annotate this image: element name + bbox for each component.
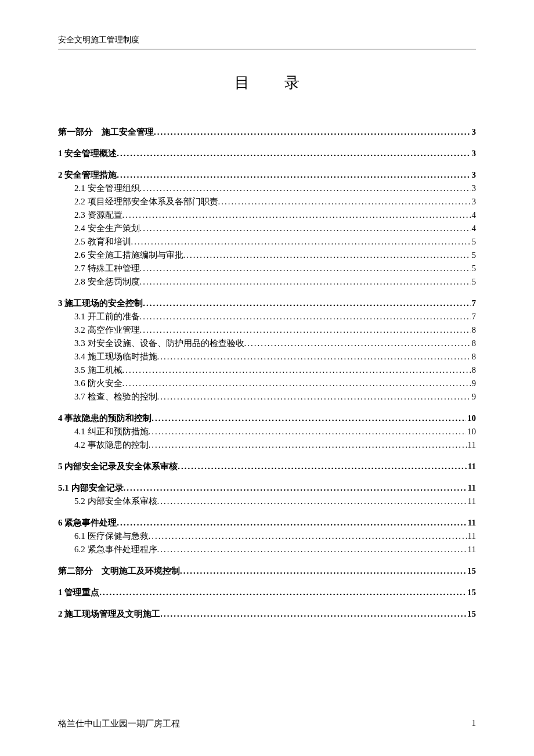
toc-entry: 2.3 资源配置4 [58,211,476,219]
toc-leader-dots [140,184,471,193]
toc-leader-dots [140,278,471,286]
toc-entry-label: 2.3 资源配置 [74,211,122,219]
toc-entry: 6.2 紧急事件处理程序11 [58,545,476,554]
toc-leader-dots [149,441,467,449]
toc-entry-page: 8 [471,339,477,348]
toc-leader-dots [183,251,471,260]
toc-entry-page: 15 [466,610,476,618]
toc-leader-dots [157,497,467,506]
toc-entry-label: 5.2 内部安全体系审核 [74,497,157,506]
toc-entry-label: 6.1 医疗保健与急救 [74,532,149,541]
toc-leader-dots [140,224,471,233]
toc-entry-page: 5 [471,264,477,273]
toc-leader-dots [122,379,471,388]
toc-entry-label: 3.6 防火安全 [74,379,122,388]
toc-leader-dots [160,610,466,618]
toc-leader-dots [117,519,467,527]
toc-entry: 1 安全管理概述3 [58,149,476,158]
toc-entry-page: 11 [467,532,476,541]
toc-entry-label: 3.2 高空作业管理 [74,326,140,334]
document-title: 目录 [58,73,476,93]
toc-entry: 6.1 医疗保健与急救11 [58,532,476,541]
toc-entry-page: 10 [466,414,476,423]
toc-entry-page: 8 [471,366,477,375]
toc-entry-label: 2 施工现场管理及文明施工 [58,610,160,618]
toc-entry-label: 3.5 施工机械 [74,366,122,375]
toc-entry-page: 11 [467,441,476,449]
toc-entry-label: 3.7 检查、检验的控制 [74,393,157,401]
toc-entry-label: 6 紧急事件处理 [58,519,117,527]
running-header: 安全文明施工管理制度 [58,35,476,45]
toc-entry-label: 2.5 教育和培训 [74,237,131,246]
toc-entry-page: 9 [471,393,477,401]
toc-leader-dots [154,128,471,136]
toc-entry: 3.3 对安全设施、设备、防护用品的检查验收8 [58,339,476,348]
toc-leader-dots [140,312,471,321]
toc-entry: 4.1 纠正和预防措施10 [58,427,476,436]
toc-entry-label: 第一部分 施工安全管理 [58,128,154,136]
toc-entry-page: 3 [471,184,477,193]
toc-entry-label: 2.1 安全管理组织 [74,184,140,193]
toc-entry-label: 2 安全管理措施 [58,171,117,179]
toc-entry-label: 4 事故隐患的预防和控制 [58,414,151,423]
toc-leader-dots [117,171,470,179]
toc-entry-label: 2.4 安全生产策划 [74,224,140,233]
footer-page-number: 1 [472,718,477,729]
toc-entry: 2.7 特殊工种管理5 [58,264,476,273]
toc-entry: 第二部分 文明施工及环境控制15 [58,567,476,575]
toc-entry-label: 5.1 内部安全记录 [58,484,124,492]
toc-entry-page: 3 [471,149,477,158]
toc-entry-page: 10 [466,427,476,436]
toc-entry-label: 2.6 安全施工措施编制与审批 [74,251,183,260]
toc-entry-page: 11 [467,497,476,506]
toc-entry: 2.1 安全管理组织3 [58,184,476,193]
toc-leader-dots [178,462,467,471]
header-rule [58,49,476,49]
toc-leader-dots [157,393,471,401]
toc-entry-page: 3 [471,197,477,206]
toc-leader-dots [99,588,466,597]
toc-entry: 4.2 事故隐患的控制11 [58,441,476,449]
toc-leader-dots [157,545,467,554]
toc-leader-dots [218,197,471,206]
toc-entry: 2.6 安全施工措施编制与审批5 [58,251,476,260]
toc-entry-page: 8 [471,352,477,361]
toc-entry: 2.4 安全生产策划4 [58,224,476,233]
toc-entry-page: 3 [471,128,477,136]
footer-project-name: 格兰仕中山工业园一期厂房工程 [58,718,180,729]
toc-entry-label: 6.2 紧急事件处理程序 [74,545,157,554]
toc-leader-dots [143,299,470,308]
toc-entry-page: 8 [471,326,477,334]
toc-entry-page: 15 [466,588,476,597]
toc-leader-dots [180,567,466,575]
toc-entry-page: 11 [467,484,476,492]
toc-leader-dots [244,339,471,348]
toc-entry: 第一部分 施工安全管理3 [58,128,476,136]
toc-leader-dots [122,366,471,375]
toc-leader-dots [122,211,471,219]
toc-entry: 2 施工现场管理及文明施工15 [58,610,476,618]
toc-entry-label: 2.7 特殊工种管理 [74,264,140,273]
toc-entry: 2.5 教育和培训5 [58,237,476,246]
toc-leader-dots [124,484,467,492]
toc-entry-page: 3 [471,171,477,179]
toc-entry: 5 内部安全记录及安全体系审核11 [58,462,476,471]
toc-entry: 2.2 项目经理部安全体系及各部门职责3 [58,197,476,206]
page-footer: 格兰仕中山工业园一期厂房工程 1 [58,718,476,729]
toc-entry: 3.6 防火安全9 [58,379,476,388]
toc-entry-label: 4.1 纠正和预防措施 [74,427,149,436]
toc-entry-label: 1 安全管理概述 [58,149,117,158]
toc-entry-label: 2.8 安全惩罚制度 [74,278,140,286]
toc-entry: 3.1 开工前的准备7 [58,312,476,321]
toc-entry-label: 3.4 施工现场临时措施 [74,352,157,361]
toc-entry-label: 2.2 项目经理部安全体系及各部门职责 [74,197,218,206]
toc-leader-dots [117,149,470,158]
toc-entry: 3.5 施工机械8 [58,366,476,375]
toc-leader-dots [151,414,466,423]
toc-entry-label: 4.2 事故隐患的控制 [74,441,149,449]
toc-entry: 3.2 高空作业管理8 [58,326,476,334]
toc-entry-page: 5 [471,237,477,246]
toc-entry: 2 安全管理措施3 [58,171,476,179]
toc-entry-page: 11 [467,545,476,554]
toc-entry-page: 7 [471,312,477,321]
